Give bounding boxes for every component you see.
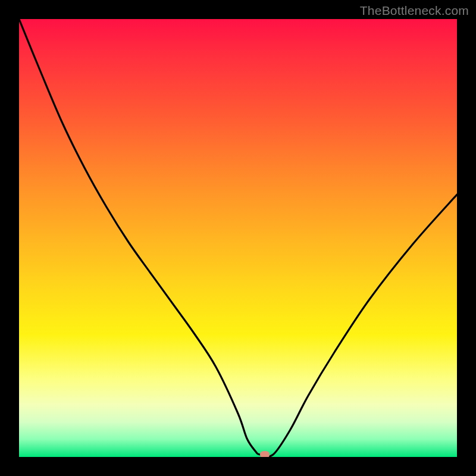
bottleneck-curve xyxy=(19,19,457,457)
chart-frame: TheBottleneck.com xyxy=(0,0,476,476)
watermark-text: TheBottleneck.com xyxy=(360,4,469,18)
plot-area xyxy=(19,19,457,457)
optimum-marker xyxy=(260,451,270,457)
